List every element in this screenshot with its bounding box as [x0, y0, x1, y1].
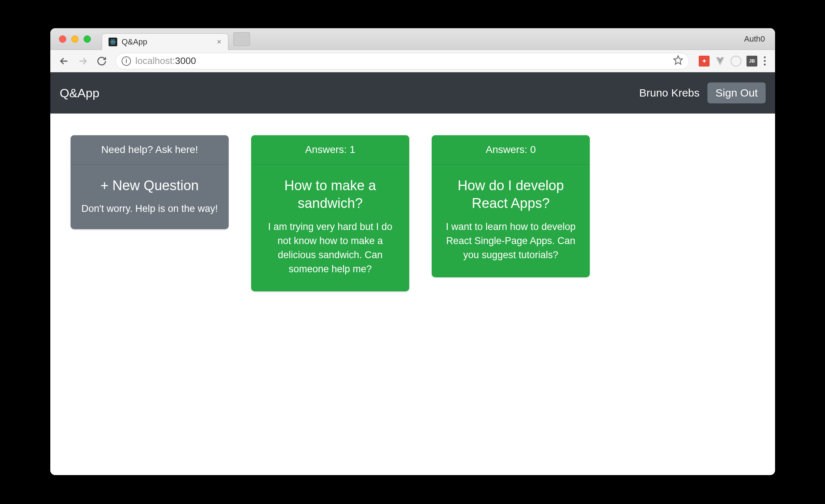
app-navbar: Q&App Bruno Krebs Sign Out: [50, 72, 775, 114]
cards-container: Need help? Ask here! + New Question Don'…: [50, 114, 775, 313]
new-tab-button[interactable]: [233, 32, 250, 46]
chrome-profile-label[interactable]: Auth0: [744, 34, 768, 44]
react-icon: [109, 38, 117, 46]
address-bar[interactable]: i localhost:3000: [115, 53, 689, 69]
question-card[interactable]: Answers: 1 How to make a sandwich? I am …: [251, 135, 409, 291]
close-tab-icon[interactable]: ×: [217, 37, 221, 47]
site-info-icon[interactable]: i: [122, 56, 131, 66]
svg-marker-6: [674, 56, 682, 64]
question-title: How to make a sandwich?: [265, 177, 395, 213]
new-question-card[interactable]: Need help? Ask here! + New Question Don'…: [71, 135, 229, 229]
answers-label: Answers:: [486, 144, 530, 155]
question-description: I want to learn how to develop React Sin…: [445, 220, 576, 262]
sign-out-button[interactable]: Sign Out: [707, 82, 766, 103]
navbar-right: Bruno Krebs Sign Out: [639, 82, 766, 103]
tab-bar: Q&App ×: [102, 28, 250, 50]
traffic-lights: [59, 35, 91, 43]
bookmark-star-icon[interactable]: [673, 55, 683, 67]
reload-button[interactable]: [94, 53, 110, 69]
question-card-body: How do I develop React Apps? I want to l…: [432, 165, 590, 277]
answers-label: Answers:: [305, 144, 350, 155]
new-question-card-body: + New Question Don't worry. Help is on t…: [71, 165, 229, 229]
window-close-button[interactable]: [59, 35, 66, 43]
browser-menu-icon[interactable]: [760, 56, 769, 65]
browser-window: Q&App × Auth0 i localhost:3000: [50, 28, 775, 475]
extension-icon[interactable]: [731, 56, 741, 67]
back-button[interactable]: [56, 53, 72, 69]
question-description: I am trying very hard but I do not know …: [265, 220, 395, 277]
url-text: localhost:3000: [135, 55, 196, 67]
window-maximize-button[interactable]: [84, 35, 91, 43]
question-card[interactable]: Answers: 0 How do I develop React Apps? …: [432, 135, 590, 277]
new-question-card-header: Need help? Ask here!: [71, 135, 229, 165]
browser-tab[interactable]: Q&App ×: [102, 33, 228, 50]
extension-icon[interactable]: ✦: [699, 56, 710, 67]
answers-count: 0: [530, 144, 536, 155]
url-host: localhost:: [135, 55, 175, 66]
question-title: How do I develop React Apps?: [445, 177, 576, 213]
window-titlebar: Q&App × Auth0: [50, 28, 775, 50]
question-card-header: Answers: 1: [251, 135, 409, 165]
window-minimize-button[interactable]: [71, 35, 79, 43]
question-card-header: Answers: 0: [432, 135, 590, 165]
tab-title: Q&App: [122, 37, 212, 47]
app-viewport: Q&App Bruno Krebs Sign Out Need help? As…: [50, 72, 775, 475]
brand[interactable]: Q&App: [60, 86, 100, 100]
question-card-body: How to make a sandwich? I am trying very…: [251, 165, 409, 291]
jetbrains-extension-icon[interactable]: JB: [746, 56, 757, 67]
forward-button[interactable]: [75, 53, 91, 69]
vue-extension-icon[interactable]: [715, 56, 725, 67]
new-question-title: + New Question: [81, 177, 218, 195]
svg-point-0: [112, 41, 113, 42]
new-question-subtitle: Don't worry. Help is on the way!: [81, 202, 218, 216]
browser-toolbar: i localhost:3000 ✦ JB: [50, 50, 775, 72]
answers-count: 1: [350, 144, 355, 155]
username-label: Bruno Krebs: [639, 87, 700, 99]
extension-icons: ✦ JB: [699, 56, 757, 67]
url-path: 3000: [175, 55, 196, 66]
